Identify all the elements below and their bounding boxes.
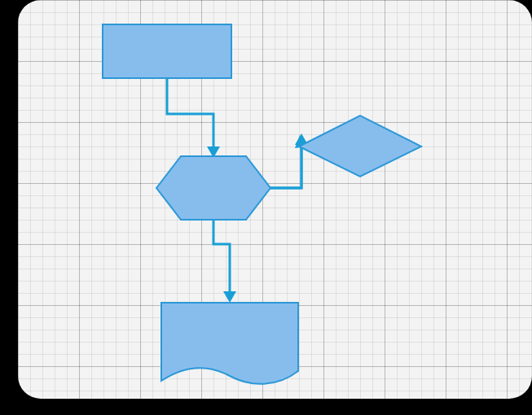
node-process[interactable] <box>103 24 231 78</box>
edge-n2-n3-arrowhead <box>270 133 308 188</box>
svg-marker-3 <box>223 291 236 303</box>
flowchart-svg <box>18 0 532 399</box>
svg-marker-6 <box>299 116 421 177</box>
edge-n2-n4[interactable] <box>213 220 236 303</box>
svg-marker-5 <box>156 156 270 220</box>
diagram-canvas[interactable] <box>18 0 532 399</box>
node-decision[interactable] <box>299 116 421 177</box>
svg-rect-4 <box>103 24 231 78</box>
edge-n1-n2[interactable] <box>167 78 220 158</box>
node-document[interactable] <box>161 303 298 384</box>
node-preparation[interactable] <box>156 156 270 220</box>
